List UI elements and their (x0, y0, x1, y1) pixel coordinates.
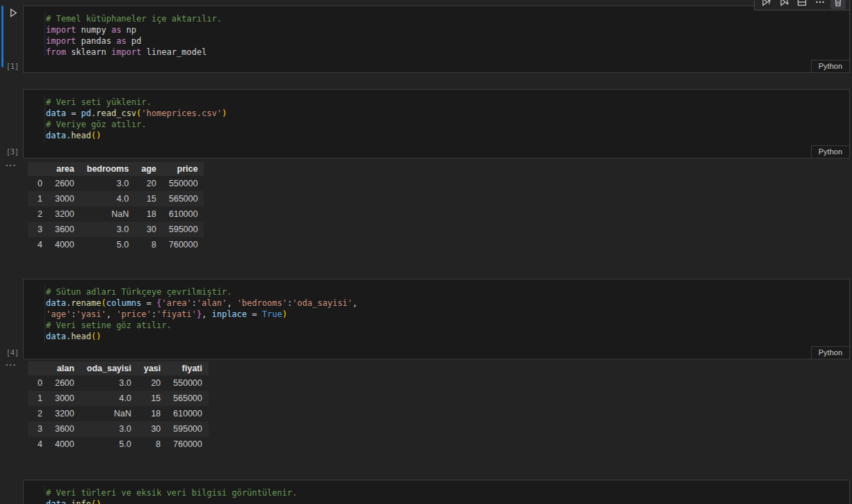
row-index: 4 (28, 237, 49, 252)
dataframe-header: alanoda_sayisiyasifiyati (28, 361, 209, 375)
table-row: 440005.08760000 (28, 237, 204, 252)
focused-cell-indicator (1, 6, 3, 67)
language-picker[interactable]: Python (811, 346, 849, 359)
dataframe-header: areabedroomsageprice (28, 162, 204, 176)
row-index: 0 (28, 375, 49, 391)
cell-output-3: ···alanoda_sayisiyasifiyati026003.020550… (23, 361, 850, 452)
code-line: data.info() (24, 498, 849, 504)
code-token: 'bedrooms' (237, 298, 287, 308)
table-cell: 2600 (49, 375, 81, 391)
table-cell: NaN (81, 206, 135, 222)
code-token: True (262, 309, 282, 319)
table-cell: 550000 (163, 176, 204, 191)
code-line: 'age':'yasi', 'price':'fiyati'}, inplace… (24, 309, 849, 320)
execute-below-button[interactable] (776, 0, 791, 9)
execution-count: [1] (6, 63, 19, 70)
code-token: : (152, 309, 156, 319)
code-token: head (71, 332, 91, 341)
code-line: import numpy as np (24, 24, 849, 35)
table-row: 336003.030595000 (28, 222, 204, 237)
code-line: # Veriye göz atılır. (24, 119, 849, 130)
code-token: () (91, 131, 101, 140)
table-row: 130004.015565000 (28, 391, 209, 406)
code-token: # Veri setine göz atılır. (46, 320, 172, 330)
code-editor[interactable]: # Temel kütüphaneler içe aktarılır.impor… (23, 6, 850, 73)
table-cell: 5.0 (81, 237, 135, 252)
table-row: 23200NaN18610000 (28, 206, 204, 222)
dataframe-body: 026003.020550000130004.01556500023200NaN… (28, 176, 204, 252)
table-row: 026003.020550000 (28, 375, 209, 391)
table-cell: 18 (135, 206, 163, 222)
output-collapse-toggle[interactable]: ··· (6, 359, 17, 370)
language-picker[interactable]: Python (811, 145, 849, 158)
code-token: read_csv (96, 108, 136, 118)
column-header: area (49, 162, 81, 176)
column-header: price (163, 162, 204, 176)
table-cell: 20 (135, 176, 163, 191)
code-token: sklearn (66, 47, 111, 57)
output-collapse-toggle[interactable]: ··· (6, 160, 17, 170)
code-editor[interactable]: # Veri seti yüklenir.data = pd.read_csv(… (23, 89, 850, 158)
column-header: age (135, 162, 163, 176)
delete-cell-button[interactable] (830, 0, 846, 9)
code-token: np (121, 25, 136, 35)
table-cell: 8 (138, 437, 167, 452)
column-header (28, 361, 49, 375)
table-cell: 3200 (49, 206, 81, 222)
code-token: () (91, 332, 101, 341)
code-token: ) (282, 309, 287, 319)
dataframe-table: areabedroomsageprice026003.0205500001300… (28, 162, 204, 252)
table-cell: 3000 (49, 191, 81, 206)
table-cell: 30 (138, 421, 167, 437)
code-line: # Veri setine göz atılır. (24, 320, 849, 331)
column-header: oda_sayisi (81, 361, 138, 375)
code-token: import (46, 36, 76, 46)
code-token: , (227, 298, 236, 308)
run-cell-button[interactable] (7, 8, 19, 20)
row-index: 0 (28, 176, 49, 191)
execute-above-button[interactable] (758, 0, 773, 9)
more-actions-button[interactable] (812, 0, 828, 9)
code-token: : (192, 298, 197, 308)
code-line: # Veri seti yüklenir. (24, 97, 849, 108)
code-token: 'price' (116, 309, 152, 319)
indent-guide (45, 285, 45, 343)
column-header: fiyati (167, 361, 209, 375)
code-editor[interactable]: # Veri türleri ve eksik veri bilgisi gör… (23, 480, 850, 504)
code-token: pd (81, 108, 91, 118)
row-index: 3 (28, 222, 49, 237)
code-token: # Sütun adları Türkçeye çevrilmiştir. (46, 287, 232, 297)
language-picker[interactable]: Python (811, 60, 849, 72)
split-cell-button[interactable] (794, 0, 810, 9)
column-header: yasi (138, 361, 167, 375)
execution-count: [4] (6, 349, 19, 357)
code-editor[interactable]: # Sütun adları Türkçeye çevrilmiştir.dat… (23, 279, 850, 359)
notebook-cell-1: # Temel kütüphaneler içe aktarılır.impor… (23, 6, 850, 73)
code-line: import pandas as pd (24, 35, 849, 47)
row-index: 1 (28, 191, 49, 206)
notebook-cell-4: # Veri türleri ve eksik veri bilgisi gör… (23, 480, 850, 504)
table-cell: 3000 (49, 391, 81, 406)
code-token: import (46, 25, 76, 35)
code-token: 'alan' (197, 298, 227, 308)
row-index: 4 (28, 437, 49, 452)
table-cell: 4.0 (81, 391, 138, 406)
table-cell: 760000 (167, 437, 209, 452)
dataframe-body: 026003.020550000130004.01556500023200NaN… (28, 375, 209, 452)
table-cell: 3.0 (81, 222, 135, 237)
row-index: 1 (28, 391, 49, 406)
table-cell: 2600 (49, 176, 81, 191)
code-token: head (71, 131, 91, 140)
indent-guide (45, 12, 45, 57)
code-token: from (46, 47, 66, 57)
column-header: bedrooms (81, 162, 135, 176)
row-index: 3 (28, 421, 49, 437)
table-cell: 610000 (167, 406, 209, 421)
table-cell: 4000 (49, 437, 81, 452)
table-cell: 3600 (49, 421, 81, 437)
run-above-icon (760, 0, 771, 8)
code-token: , (353, 298, 357, 308)
code-token: } (197, 309, 202, 319)
cell-toolbar (754, 0, 850, 10)
code-token: data (46, 108, 66, 118)
